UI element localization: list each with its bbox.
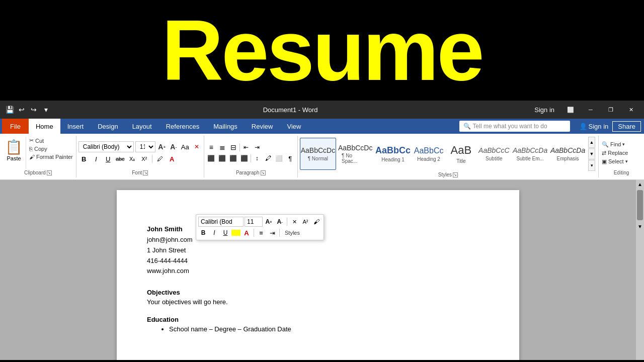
tab-design[interactable]: Design bbox=[91, 119, 125, 134]
tab-mailings[interactable]: Mailings bbox=[206, 119, 245, 134]
gallery-scroll-down[interactable]: ▼ bbox=[588, 148, 595, 159]
tab-insert[interactable]: Insert bbox=[60, 119, 91, 134]
undo-icon[interactable]: ↩ bbox=[17, 105, 26, 114]
style-title[interactable]: AaB Title bbox=[446, 138, 476, 170]
copy-label: Copy bbox=[34, 146, 47, 152]
font-shrink-button[interactable]: A- bbox=[169, 142, 179, 152]
borders-button[interactable]: ⬜ bbox=[274, 153, 284, 163]
tab-references[interactable]: References bbox=[159, 119, 206, 134]
float-shrink-button[interactable]: A- bbox=[275, 217, 285, 227]
justify-button[interactable]: ⬛ bbox=[239, 153, 250, 163]
signin-button[interactable]: Sign in bbox=[530, 105, 558, 115]
subscript-button[interactable]: X₂ bbox=[127, 153, 138, 164]
minimize-button[interactable]: ─ bbox=[583, 101, 599, 119]
document-page: Calibri (Bod 11 A+ A- ✕ A² 🖌 B I U A ≡ bbox=[117, 190, 519, 360]
tab-view[interactable]: View bbox=[280, 119, 308, 134]
float-highlight-button[interactable] bbox=[231, 230, 240, 236]
decrease-indent-button[interactable]: ⇤ bbox=[241, 142, 251, 152]
scroll-down-button[interactable]: ▼ bbox=[636, 222, 644, 230]
float-format-painter[interactable]: 🖌 bbox=[311, 217, 321, 227]
float-styles-button[interactable]: Styles bbox=[282, 228, 303, 237]
style-heading1[interactable]: AaBbCc Heading 1 bbox=[374, 138, 412, 170]
font-size-select[interactable]: 11 bbox=[135, 141, 155, 152]
format-painter-icon: 🖌 bbox=[29, 154, 35, 160]
numbering-button[interactable]: ≣ bbox=[217, 142, 227, 152]
style-heading2[interactable]: AaBbCc Heading 2 bbox=[413, 138, 445, 170]
search-input-container[interactable]: 🔍 Tell me what you want to do bbox=[459, 121, 570, 132]
copy-button[interactable]: ⎘ Copy bbox=[28, 145, 74, 152]
styles-expand-button[interactable]: ↘ bbox=[453, 172, 458, 177]
tab-review[interactable]: Review bbox=[245, 119, 280, 134]
redo-icon[interactable]: ↪ bbox=[29, 105, 38, 114]
italic-button[interactable]: I bbox=[91, 153, 102, 164]
float-italic-button[interactable]: I bbox=[209, 228, 219, 238]
scroll-up-button[interactable]: ▲ bbox=[636, 180, 644, 188]
share-button[interactable]: Share bbox=[612, 121, 641, 132]
window-title: Document1 - Word bbox=[50, 106, 530, 114]
select-button[interactable]: ▣ Select ▾ bbox=[601, 158, 642, 165]
signin-button-ribbon[interactable]: 👤 Sign in bbox=[575, 122, 613, 131]
change-case-button[interactable]: Aa bbox=[180, 142, 190, 152]
multilevel-list-button[interactable]: ⊟ bbox=[228, 142, 238, 152]
paragraph-expand-button[interactable]: ↘ bbox=[261, 170, 266, 175]
float-sep-2 bbox=[254, 229, 254, 237]
save-icon[interactable]: 💾 bbox=[5, 105, 14, 114]
style-emphasis[interactable]: AaBbCcDa Emphasis bbox=[549, 138, 586, 170]
style-subtle-em[interactable]: AaBbCcDa Subtle Em... bbox=[512, 138, 548, 170]
float-underline-button[interactable]: U bbox=[220, 228, 230, 238]
cut-button[interactable]: ✂ Cut bbox=[28, 137, 74, 144]
tab-home[interactable]: Home bbox=[29, 119, 60, 134]
find-dropdown-icon[interactable]: ▾ bbox=[622, 142, 625, 147]
align-center-button[interactable]: ⬛ bbox=[217, 153, 227, 163]
font-name-select[interactable]: Calibri (Body) bbox=[78, 141, 134, 152]
restore-button[interactable]: ❐ bbox=[603, 101, 619, 119]
float-clear-button[interactable]: ✕ bbox=[289, 217, 299, 227]
clipboard-expand-button[interactable]: ↘ bbox=[47, 170, 52, 175]
replace-button[interactable]: ⇄ Replace bbox=[601, 149, 642, 157]
shading-button[interactable]: 🖍 bbox=[263, 153, 273, 163]
font-expand-button[interactable]: ↘ bbox=[143, 170, 148, 175]
format-painter-button[interactable]: 🖌 Format Painter bbox=[28, 153, 74, 160]
gallery-expand-button[interactable]: ▾ bbox=[588, 160, 595, 171]
float-indent-button[interactable]: ⇥ bbox=[267, 228, 277, 238]
ribbon-display-button[interactable]: ⬜ bbox=[562, 101, 579, 119]
pilcrow-button[interactable]: ¶ bbox=[285, 153, 295, 163]
float-size-select[interactable]: 11 bbox=[245, 217, 263, 227]
float-bullets-button[interactable]: ≡ bbox=[256, 228, 266, 238]
underline-button[interactable]: U bbox=[103, 153, 114, 164]
document-scroll[interactable]: Calibri (Bod 11 A+ A- ✕ A² 🖌 B I U A ≡ bbox=[0, 180, 636, 360]
tab-layout[interactable]: Layout bbox=[125, 119, 159, 134]
customize-quick-access-icon[interactable]: ▾ bbox=[41, 105, 50, 114]
gallery-scroll-up[interactable]: ▲ bbox=[588, 137, 595, 148]
find-button[interactable]: 🔍 Find ▾ bbox=[601, 141, 642, 148]
select-dropdown-icon[interactable]: ▾ bbox=[625, 159, 628, 164]
font-grow-button[interactable]: A+ bbox=[157, 142, 167, 152]
titlebar-right-controls: Sign in ⬜ ─ ❐ ✕ bbox=[530, 101, 639, 119]
style-subtitle[interactable]: AaBbCcC Subtitle bbox=[477, 138, 511, 170]
paste-button[interactable]: 📋 Paste bbox=[2, 137, 26, 169]
bullets-button[interactable]: ≡ bbox=[206, 142, 216, 152]
sep-3 bbox=[251, 154, 251, 162]
scroll-thumb[interactable] bbox=[637, 190, 643, 220]
style-normal[interactable]: AaBbCcDc ¶ Normal bbox=[300, 138, 336, 170]
increase-indent-button[interactable]: ⇥ bbox=[252, 142, 262, 152]
float-grow-button[interactable]: A+ bbox=[264, 217, 274, 227]
tab-file[interactable]: File bbox=[2, 119, 29, 134]
style-no-spacing[interactable]: AaBbCcDc ¶ No Spac... bbox=[337, 138, 373, 170]
ribbon-tab-bar: File Home Insert Design Layout Reference… bbox=[0, 119, 644, 134]
clear-formatting-button[interactable]: ✕ bbox=[192, 142, 202, 152]
float-superscript-button[interactable]: A² bbox=[300, 217, 310, 227]
float-bold-button[interactable]: B bbox=[198, 228, 208, 238]
superscript-button[interactable]: X² bbox=[139, 153, 150, 164]
font-color-button[interactable]: A bbox=[167, 153, 178, 164]
highlight-button[interactable]: 🖊 bbox=[154, 153, 166, 164]
line-spacing-button[interactable]: ↕ bbox=[252, 153, 262, 163]
float-font-select[interactable]: Calibri (Bod bbox=[198, 217, 244, 227]
float-font-color-button[interactable]: A bbox=[242, 228, 252, 238]
search-bar: 🔍 Tell me what you want to do 👤 Sign in … bbox=[308, 119, 644, 134]
bold-button[interactable]: B bbox=[78, 153, 90, 164]
align-right-button[interactable]: ⬛ bbox=[228, 153, 238, 163]
close-button[interactable]: ✕ bbox=[623, 101, 639, 119]
align-left-button[interactable]: ⬛ bbox=[206, 153, 216, 163]
strikethrough-button[interactable]: abc bbox=[115, 153, 126, 164]
